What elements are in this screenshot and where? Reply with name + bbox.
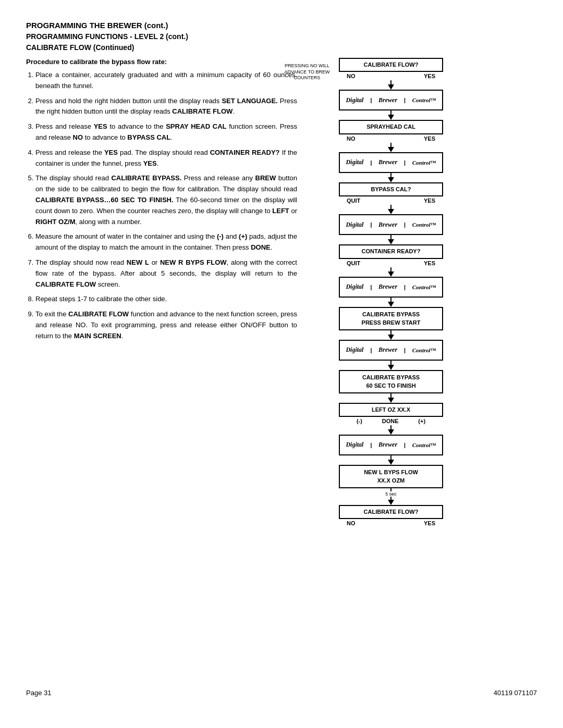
container-ready-box: CONTAINER READY? — [339, 244, 443, 258]
calibrate-flow-q-box: CALIBRATE FLOW? — [339, 58, 443, 72]
calibrate-flow-labels2: NO YES — [339, 519, 443, 527]
procedure-steps: Place a container, accurately graduated … — [26, 70, 297, 342]
arrow10 — [388, 361, 394, 370]
yes-label-bottom: YES — [424, 520, 435, 526]
container-labels: QUIT YES — [339, 259, 443, 267]
flowchart: PRESSING NO WILL ADVANCE TO BREW COUNTER… — [308, 58, 474, 527]
display1: Digital | Brewer | Control™ — [339, 90, 443, 110]
arrow12 — [388, 425, 394, 435]
new-l-byps-box: NEW L BYPS FLOWXX.X OZM — [339, 465, 443, 488]
arrow4 — [388, 173, 394, 182]
no-label-bottom: NO — [347, 520, 356, 526]
sprayhead-cal-box: SPRAYHEAD CAL — [339, 120, 443, 134]
title1: PROGRAMMING THE BREWER (cont.) — [26, 21, 537, 30]
bypass-cal-box: BYPASS CAL? — [339, 182, 443, 196]
step-1: Place a container, accurately graduated … — [35, 70, 297, 92]
arrow9 — [388, 330, 394, 340]
brand-brewer-3: Brewer — [378, 221, 397, 229]
quit-label-1: QUIT — [347, 198, 360, 204]
calibrate-bypass-press-box: CALIBRATE BYPASSPRESS BREW START — [339, 307, 443, 330]
brand-control-3: Control™ — [412, 221, 436, 228]
arrow5 — [388, 205, 394, 214]
brand-digital-6: Digital — [346, 441, 363, 449]
display3: Digital | Brewer | Control™ — [339, 214, 443, 235]
display2: Digital | Brewer | Control™ — [339, 152, 443, 173]
plus-label: (+) — [418, 418, 425, 424]
brand-digital-2: Digital — [346, 158, 363, 166]
step-2: Press and hold the right hidden button u… — [35, 96, 297, 118]
pressing-no-label: PRESSING NO WILL ADVANCE TO BREW COUNTER… — [279, 63, 335, 81]
display4: Digital | Brewer | Control™ — [339, 277, 443, 298]
brand-digital-4: Digital — [346, 283, 363, 291]
brand-control-2: Control™ — [412, 159, 436, 166]
minus-label: (-) — [357, 418, 362, 424]
no-label-2: NO — [347, 135, 356, 142]
arrow1 — [388, 80, 394, 90]
left-column: Procedure to calibrate the bypass flow r… — [26, 58, 297, 678]
step-8: Repeat steps 1-7 to calibrate the other … — [35, 294, 297, 305]
page: PROGRAMMING THE BREWER (cont.) PROGRAMMI… — [0, 0, 563, 728]
arrow2 — [388, 110, 394, 120]
arrow8 — [388, 298, 394, 307]
arrow7 — [388, 267, 394, 277]
step-9: To exit the CALIBRATE FLOW function and … — [35, 309, 297, 341]
brand-brewer-5: Brewer — [378, 346, 397, 354]
brand-brewer-4: Brewer — [378, 283, 397, 291]
brand-digital-3: Digital — [346, 221, 363, 229]
title2: PROGRAMMING FUNCTIONS - LEVEL 2 (cont.) — [26, 32, 537, 41]
brand-digital-5: Digital — [346, 346, 363, 354]
left-oz-labels: (-) DONE (+) — [339, 417, 443, 425]
yes-label-3: YES — [424, 198, 435, 204]
step-4: Press and release the YES pad. The displ… — [35, 147, 297, 169]
calibrate-flow-labels: NO YES — [339, 72, 443, 80]
arrow11 — [388, 393, 394, 403]
footer: Page 31 40119 071107 — [26, 678, 537, 697]
title3: CALIBRATE FLOW (Continued) — [26, 43, 537, 52]
arrow13 — [388, 455, 394, 465]
quit-label-2: QUIT — [347, 260, 360, 266]
left-oz-box: LEFT OZ XX.X — [339, 403, 443, 417]
calibrate-bypass-60-box: CALIBRATE BYPASS60 SEC TO FINISH — [339, 370, 443, 393]
arrow3 — [388, 143, 394, 152]
step-7: The display should now read NEW L or NEW… — [35, 257, 297, 290]
sprayhead-labels: NO YES — [339, 134, 443, 143]
brand-brewer-2: Brewer — [378, 158, 397, 166]
doc-number: 40119 071107 — [494, 689, 537, 697]
brand-control-6: Control™ — [412, 442, 436, 448]
brand-control-4: Control™ — [412, 284, 436, 290]
step-5: The display should read CALIBRATE BYPASS… — [35, 173, 297, 227]
brand-brewer-1: Brewer — [378, 96, 397, 104]
yes-label: YES — [424, 73, 435, 79]
display5: Digital | Brewer | Control™ — [339, 340, 443, 361]
no-label: NO — [347, 73, 356, 79]
calibrate-flow-q2-box: CALIBRATE FLOW? — [339, 505, 443, 519]
yes-label-4: YES — [424, 260, 435, 266]
brand-brewer-6: Brewer — [378, 441, 397, 449]
brand-control-1: Control™ — [412, 97, 436, 103]
step-6: Measure the amount of water in the conta… — [35, 231, 297, 253]
arrow6 — [388, 235, 394, 244]
five-sec-label: 5 sec — [385, 491, 397, 497]
right-column: PRESSING NO WILL ADVANCE TO BREW COUNTER… — [308, 58, 474, 678]
step-3: Press and release YES to advance to the … — [35, 121, 297, 143]
yes-label-2: YES — [424, 135, 435, 142]
done-label: DONE — [382, 418, 399, 424]
page-label: Page 31 — [26, 689, 51, 697]
bypass-labels: QUIT YES — [339, 196, 443, 205]
brand-control-5: Control™ — [412, 347, 436, 353]
arrow15 — [388, 497, 394, 505]
display6: Digital | Brewer | Control™ — [339, 435, 443, 455]
procedure-heading: Procedure to calibrate the bypass flow r… — [26, 58, 297, 66]
brand-digital-1: Digital — [346, 96, 363, 104]
